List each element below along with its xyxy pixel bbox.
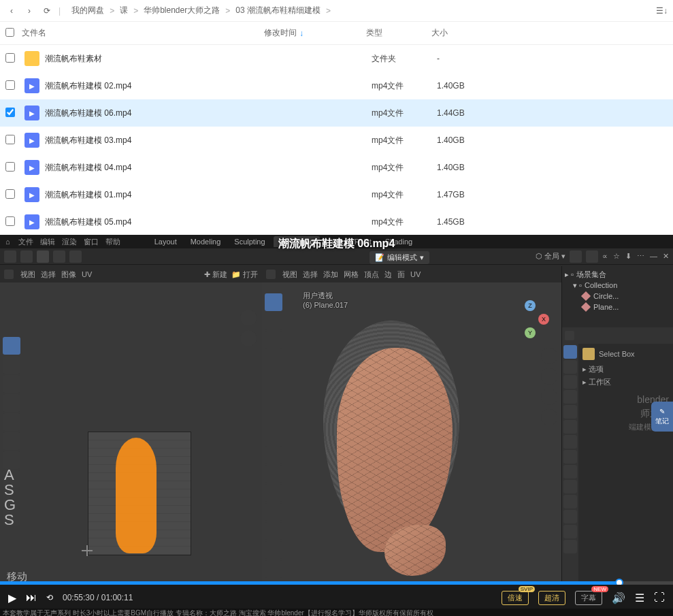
workspace-tab[interactable]: Layout (149, 236, 182, 247)
vp-menu-item[interactable]: UV (410, 270, 421, 278)
scene-dropdown[interactable]: ⬡ 全局 ▾ (536, 251, 565, 261)
tool-icon[interactable] (4, 250, 16, 263)
menu-item[interactable]: 帮助 (105, 238, 120, 246)
uv-pan-icon[interactable] (240, 330, 257, 346)
prop-modifier-tab[interactable] (563, 450, 577, 464)
orient-icon[interactable] (570, 250, 582, 263)
file-row[interactable]: ▶ 潮流帆布鞋建模 01.mp4 mp4文件 1.47GB (0, 181, 673, 208)
prop-view-tab[interactable] (563, 390, 577, 404)
play-button[interactable]: ▶ (8, 591, 16, 604)
more-icon[interactable]: ⋯ (637, 252, 644, 261)
prop-data-tab[interactable] (563, 510, 577, 523)
prop-texture-tab[interactable] (563, 540, 577, 553)
vp-annotate-tool[interactable] (265, 408, 282, 425)
close-icon[interactable]: ✕ (663, 252, 669, 261)
select-box-row[interactable]: Select Box (582, 348, 669, 360)
prop-particle-tab[interactable] (563, 465, 577, 479)
file-row[interactable]: ▶ 潮流帆布鞋建模 06.mp4 mp4文件 1.44GB (0, 99, 673, 127)
vp-menu-item[interactable]: 边 (384, 270, 392, 278)
breadcrumb-segment[interactable]: 03 潮流帆布鞋精细建模 (235, 5, 321, 16)
vp-move-tool[interactable] (265, 331, 282, 349)
menu-item[interactable]: 编辑 (40, 238, 55, 246)
viewport-3d[interactable]: 📝 编辑模式 ▾ 视图选择添加网格顶点边面UV 用户透视 (6) Plane.0… (262, 266, 561, 589)
row-checkbox[interactable] (5, 162, 15, 172)
prop-world-tab[interactable] (563, 420, 577, 434)
fullscreen-icon[interactable]: ⛶ (654, 591, 665, 604)
uv-cursor-tool[interactable] (3, 356, 20, 374)
vp-addcube-tool[interactable] (265, 446, 282, 464)
vp-bevel-tool[interactable] (265, 503, 282, 521)
collection-row[interactable]: ▾ ▫ Collection (565, 280, 670, 291)
axis-z[interactable]: Z (525, 300, 536, 311)
uv-move-tool[interactable] (3, 375, 20, 393)
prop-object-tab[interactable] (563, 435, 577, 449)
download-icon[interactable]: ⬇ (625, 252, 631, 261)
viewport-mode-icon[interactable] (266, 270, 276, 279)
scene-collection-row[interactable]: ▸ ▫ 场景集合 (565, 269, 670, 280)
uv-transform-tool[interactable] (3, 432, 20, 450)
uv-editor-icon[interactable] (4, 270, 14, 279)
workspace-tab[interactable]: Modeling (185, 236, 227, 247)
props-icon[interactable] (565, 331, 574, 340)
vp-menu-item[interactable]: 顶点 (364, 270, 379, 278)
col-name[interactable]: 文件名 (22, 27, 264, 39)
nav-refresh-icon[interactable]: ⟳ (41, 5, 53, 17)
uv-select-tool[interactable] (3, 337, 20, 355)
vp-select-tool[interactable] (265, 293, 282, 311)
uv-scale-tool[interactable] (3, 413, 20, 431)
axis-x[interactable]: X (538, 314, 549, 325)
minimize-icon[interactable]: — (650, 252, 657, 261)
uv-menu-item[interactable]: 图像 (61, 270, 76, 278)
workspace-section[interactable]: 工作区 (589, 378, 611, 386)
row-checkbox[interactable] (5, 108, 15, 117)
repeat-button[interactable]: ⟲ (46, 593, 53, 602)
quality-button[interactable]: 超清 (538, 591, 565, 605)
row-checkbox[interactable] (5, 53, 15, 63)
col-modified[interactable]: 修改时间↓ (264, 27, 366, 39)
vp-transform-tool[interactable] (265, 389, 282, 406)
breadcrumb-segment[interactable]: 华帅blender大师之路 (144, 5, 220, 16)
prop-material-tab[interactable] (563, 525, 577, 538)
file-row[interactable]: ▶ 潮流帆布鞋建模 05.mp4 mp4文件 1.45GB (0, 208, 673, 236)
prop-render-tab[interactable] (563, 360, 577, 374)
workspace-tab[interactable]: Shading (380, 236, 418, 247)
workspace-tab[interactable]: Sculpting (229, 236, 270, 247)
uv-rotate-tool[interactable] (3, 394, 20, 412)
uv-new-button[interactable]: ✚ 新建 (204, 270, 227, 280)
vp-menu-item[interactable]: 视图 (282, 270, 297, 278)
uv-menu-item[interactable]: UV (82, 270, 92, 278)
volume-icon[interactable]: 🔊 (612, 591, 625, 604)
grid-icon[interactable] (37, 250, 49, 263)
vp-extrude-tool[interactable] (265, 465, 282, 483)
prop-physics-tab[interactable] (563, 480, 577, 493)
uv-zoom-icon[interactable] (240, 310, 257, 326)
file-row[interactable]: ▶ 潮流帆布鞋建模 04.mp4 mp4文件 1.40GB (0, 154, 673, 181)
row-checkbox[interactable] (5, 189, 15, 199)
nav-back-icon[interactable]: ‹ (5, 5, 18, 17)
pivot-icon[interactable] (586, 250, 598, 263)
workspace-tab[interactable]: UV Editing (274, 236, 320, 247)
next-button[interactable]: ⏭ (26, 591, 37, 604)
col-type[interactable]: 类型 (366, 27, 431, 39)
row-checkbox[interactable] (5, 216, 15, 226)
vp-menu-item[interactable]: 添加 (323, 270, 338, 278)
file-row[interactable]: ▶ 潮流帆布鞋建模 02.mp4 mp4文件 1.40GB (0, 72, 673, 99)
menu-item[interactable]: 渲染 (62, 238, 77, 246)
vp-menu-item[interactable]: 面 (397, 270, 405, 278)
breadcrumb-segment[interactable]: 我的网盘 (71, 5, 104, 16)
uv-open-button[interactable]: 📁 打开 (231, 270, 258, 280)
notes-button[interactable]: ✎ 笔记 (651, 402, 673, 432)
subtitle-button[interactable]: 字幕NEW (575, 591, 602, 605)
vp-inset-tool[interactable] (265, 484, 282, 502)
file-row[interactable]: 潮流帆布鞋素材 文件夹 - (0, 45, 673, 72)
overlay-icon[interactable] (69, 250, 82, 263)
menu-item[interactable]: 窗口 (84, 238, 99, 246)
vp-pan-icon[interactable] (541, 368, 557, 385)
prop-tool-tab[interactable] (563, 345, 577, 359)
view-options-icon[interactable]: ☰↓ (656, 6, 668, 16)
uv-island-sole[interactable] (116, 438, 157, 553)
options-section[interactable]: 选项 (589, 365, 604, 373)
menu-item[interactable]: 文件 (18, 238, 33, 246)
vp-measure-tool[interactable] (265, 427, 282, 444)
row-checkbox[interactable] (5, 80, 15, 90)
